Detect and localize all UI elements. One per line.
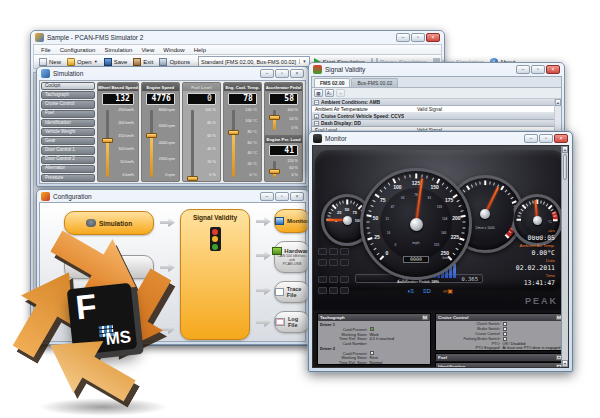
signal-row[interactable]: − Ambient Conditions: AMB [312,99,554,106]
value-slider[interactable]: 250 km/h200 km/h150 km/h100 km/h50 km/h0… [100,108,136,179]
sidebar-tab[interactable]: Fuel [41,110,95,118]
slider-thumb[interactable] [146,133,157,138]
sim-close-button[interactable]: × [290,69,304,78]
panel-collapse-button[interactable]: − [422,315,428,320]
sidebar-tab[interactable]: Tachograph [41,91,95,99]
identification-panel-header[interactable]: Identification + [436,363,564,368]
mon-minimize-button[interactable]: – [524,134,538,143]
app-icon [35,33,44,42]
trace-file-box[interactable]: Trace File [274,281,310,303]
menu-item[interactable]: Simulation [100,47,136,53]
monitor-box[interactable]: Monitor [274,209,310,233]
fuel-panel-header[interactable]: Fuel + [436,354,564,361]
categorize-icon[interactable]: ▦ [314,89,323,97]
scroll-down-arrow[interactable]: ▼ [562,360,568,367]
group-toggle[interactable]: − [314,121,319,126]
signal-row[interactable]: − Dash Display: DD [312,120,554,127]
scale-label: 20 °C [241,163,257,167]
cfg-maximize-button[interactable]: ▫ [275,192,289,201]
tachograph-panel-header[interactable]: Tachograph − [318,314,430,321]
accelerator-slider[interactable]: 100 %50 %0 % [267,108,300,132]
tab-bus-fms[interactable]: Bus-FMS 00.02 [351,78,398,87]
ambient-temp-label: Ambient Air Temp. [519,243,555,248]
cruise-panel-header[interactable]: Cruise Control − [436,314,564,321]
slider-thumb[interactable] [102,138,113,143]
slider-thumb[interactable] [269,169,280,174]
monitor-titlebar[interactable]: Monitor – ▫ × [309,132,572,145]
new-button[interactable]: New [37,57,63,67]
expand-all-icon[interactable]: + [336,89,345,97]
open-button[interactable]: Open▼ [65,57,100,67]
combo-dropdown-arrow[interactable]: ▼ [299,59,306,64]
sort-icon[interactable]: A↓ [325,89,334,97]
menu-item[interactable]: Configuration [56,47,100,53]
gauge-tick [392,179,396,184]
slider-thumb[interactable] [269,115,280,120]
sidebar-tab[interactable]: Door Control 2 [41,156,95,164]
scroll-up-arrow[interactable]: ▲ [562,146,568,153]
log-file-box[interactable]: Log File [274,311,310,333]
kmh-unit-label: km/h [443,256,451,260]
scroll-thumb[interactable] [563,154,567,180]
sidebar-tab[interactable]: Cruise Control [41,100,95,108]
slider-track[interactable] [232,110,235,177]
slider-thumb[interactable] [228,130,239,135]
signal-row[interactable]: + Cruise Control Vehicle Speed: CCVS [312,113,554,120]
maximize-button[interactable]: ▫ [411,33,425,42]
sidebar-tab[interactable]: Cockpit [41,82,95,90]
field-checkbox[interactable] [503,322,507,326]
slider-track[interactable] [106,110,109,177]
sidebar-tab[interactable]: Alternator [41,165,95,173]
engine-load-slider[interactable]: 120 %60 %0 % [267,159,300,179]
main-titlebar[interactable]: Sample - PCAN-FMS Simulator 2 – ▫ × [31,31,444,44]
group-toggle[interactable]: − [314,100,319,105]
sidebar-tab[interactable]: Door Control 1 [41,146,95,154]
menu-item[interactable]: View [137,47,158,53]
sidebar-tab[interactable]: Pressure [41,174,95,182]
signal-validity-titlebar[interactable]: Signal Validity – ▫ × [309,63,564,76]
monitor-scrollbar[interactable]: ▲ ▼ [561,146,568,367]
sim-maximize-button[interactable]: ▫ [275,69,289,78]
close-button[interactable]: × [426,33,440,42]
mon-maximize-button[interactable]: ▫ [539,134,553,143]
field-checkbox[interactable] [503,337,507,341]
menu-item[interactable]: File [37,47,55,53]
sv-close-button[interactable]: × [546,65,560,74]
value-slider[interactable]: 8000 rpm6000 rpm4000 rpm2000 rpm0 rpm [144,108,177,179]
scroll-up-arrow[interactable]: ▲ [555,99,561,106]
value-slider[interactable]: 100 %80 %60 %40 %20 %0 % [185,108,218,179]
sim-minimize-button[interactable]: – [260,69,274,78]
hardware-box[interactable]: Hardware CAN 500 kBit/sec, usb PCAN-USB [274,241,310,273]
menu-item[interactable]: Window [159,47,188,53]
slider-thumb[interactable] [187,176,198,181]
sv-maximize-button[interactable]: ▫ [531,65,545,74]
options-button[interactable]: Options [157,57,192,67]
tab-fms[interactable]: FMS 02.00 [314,78,350,87]
gauge-tick [339,202,341,205]
time-label: Time [545,273,555,278]
slider-track[interactable] [191,110,194,177]
open-dropdown-arrow[interactable]: ▼ [94,59,98,64]
group-toggle[interactable]: + [314,114,319,119]
gauge-column: Fuel Level 0 100 %80 %60 %40 %20 %0 % [182,82,221,182]
cfg-minimize-button[interactable]: – [260,192,274,201]
slider-track[interactable] [150,110,153,177]
logo-shadow [38,398,168,416]
simulation-titlebar[interactable]: Simulation – ▫ × [37,67,308,80]
minimize-button[interactable]: – [396,33,410,42]
field-checkbox[interactable] [503,327,507,331]
value-slider[interactable]: 120 °C100 °C80 °C60 °C40 °C20 °C0 °C [226,108,259,179]
exit-button[interactable]: Exit [131,57,155,67]
field-checkbox[interactable] [503,332,507,336]
sidebar-tab[interactable]: Identification [41,119,95,127]
sidebar-tab[interactable]: Gear [41,137,95,145]
sv-minimize-button[interactable]: – [516,65,530,74]
configuration-titlebar[interactable]: Configuration – ▫ × [37,190,308,202]
gauge-tick-label: 75 [380,197,386,203]
sidebar-tab[interactable]: Vehicle Weight [41,128,95,136]
signal-row[interactable]: Ambient Air Temperature Valid Signal [312,106,554,113]
cfg-close-button[interactable]: × [290,192,304,201]
menu-item[interactable]: Help [190,47,210,53]
save-button[interactable]: Save [102,57,130,67]
mon-close-button[interactable]: × [554,134,568,143]
